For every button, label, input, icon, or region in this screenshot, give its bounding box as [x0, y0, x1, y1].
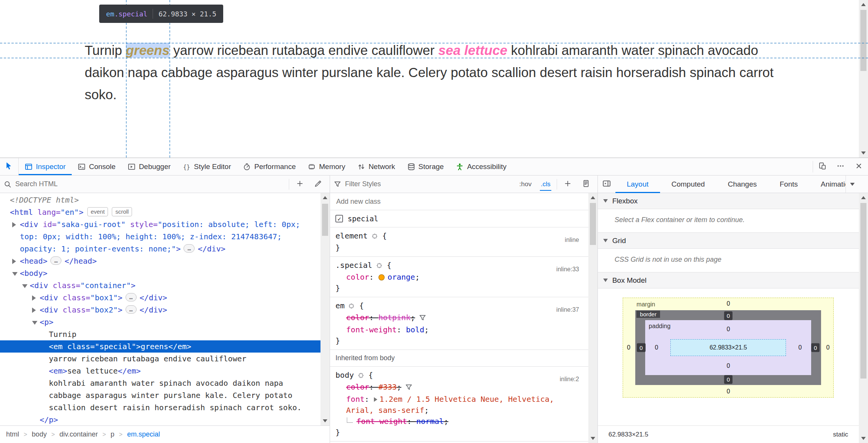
tab-storage[interactable]: Storage — [401, 158, 450, 175]
markup-row[interactable]: <div id="saka-gui-root" style="position:… — [0, 218, 320, 255]
box-model-content[interactable]: 62.9833×21.5 — [670, 339, 786, 356]
rule-source-link[interactable]: inline:33 — [556, 264, 579, 275]
padding-left-value[interactable]: 0 — [655, 344, 658, 351]
rule-source-link[interactable]: inline:2 — [560, 374, 579, 385]
twisty-closed-icon[interactable] — [32, 308, 36, 313]
css-declaration[interactable]: color: #333; — [335, 382, 583, 394]
tab-fonts[interactable]: Fonts — [768, 176, 809, 193]
selector-highlighter-icon[interactable] — [348, 301, 354, 312]
selector-highlighter-icon[interactable] — [376, 261, 382, 272]
pseudo-class-toggle-button[interactable]: :hov — [516, 176, 535, 193]
breadcrumb-item-html[interactable]: html — [6, 430, 19, 438]
overridden-filter-icon[interactable] — [405, 383, 412, 394]
rule-selector[interactable]: em — [335, 301, 345, 310]
css-declaration[interactable]: font-weight: normal; — [335, 416, 583, 427]
tab-accessibility[interactable]: Accessibility — [450, 158, 512, 175]
breadcrumb-item-body[interactable]: body — [32, 430, 47, 438]
markup-token-ellipsis[interactable]: … — [126, 305, 137, 314]
filter-styles-input[interactable] — [344, 180, 513, 188]
markup-token-ellipsis[interactable]: … — [184, 244, 195, 253]
markup-row[interactable]: <div class="box2">…</div> — [0, 304, 320, 316]
markup-row[interactable]: <div class="box1">…</div> — [0, 292, 320, 304]
margin-bottom-value[interactable]: 0 — [726, 388, 730, 395]
markup-token-ellipsis[interactable]: … — [50, 256, 61, 265]
overridden-filter-icon[interactable] — [419, 313, 426, 324]
tab-computed[interactable]: Computed — [660, 176, 717, 193]
markup-row[interactable]: <head>…</head> — [0, 255, 320, 267]
markup-row[interactable]: <p> — [0, 316, 320, 328]
scrollbar-up-arrow[interactable] — [859, 193, 868, 202]
add-class-input[interactable] — [335, 197, 583, 206]
tab-style-editor[interactable]: {}Style Editor — [177, 158, 237, 175]
border-bottom-value[interactable]: 0 — [724, 375, 733, 384]
eyedropper-button[interactable] — [311, 176, 326, 193]
section-flexbox-header[interactable]: Flexbox — [598, 193, 859, 209]
css-declaration[interactable]: color: orange; — [335, 272, 583, 283]
tab-network[interactable]: Network — [351, 158, 401, 175]
class-checkbox[interactable]: ✓ — [335, 215, 343, 222]
scrollbar-down-arrow[interactable] — [588, 434, 597, 443]
twisty-open-icon[interactable] — [32, 321, 37, 325]
tab-memory[interactable]: Memory — [302, 158, 351, 175]
markup-row[interactable]: <div class="container"> — [0, 279, 320, 292]
padding-top-value[interactable]: 0 — [726, 326, 730, 333]
twisty-closed-icon[interactable] — [32, 295, 36, 301]
scrollbar-down-arrow[interactable] — [859, 148, 868, 158]
add-node-button[interactable] — [292, 176, 308, 193]
margin-right-value[interactable]: 0 — [826, 344, 829, 351]
scrollbar-thumb[interactable] — [860, 203, 866, 379]
markup-row[interactable]: Turnip — [0, 328, 320, 340]
border-left-value[interactable]: 0 — [637, 343, 645, 352]
scrollbar-up-arrow[interactable] — [320, 193, 330, 202]
markup-row[interactable]: </p> — [0, 414, 320, 425]
page-scrollbar[interactable] — [859, 0, 868, 158]
border-top-value[interactable]: 0 — [724, 311, 733, 320]
padding-right-value[interactable]: 0 — [798, 344, 802, 351]
print-media-button[interactable] — [578, 176, 594, 193]
toggle-3-pane-button[interactable] — [598, 176, 615, 193]
section-grid-header[interactable]: Grid — [598, 233, 859, 249]
markup-scrollbar[interactable] — [320, 193, 330, 425]
margin-left-value[interactable]: 0 — [627, 344, 630, 351]
tab-console[interactable]: Console — [72, 158, 122, 175]
tab-changes[interactable]: Changes — [716, 176, 768, 193]
rule-selector[interactable]: body — [335, 371, 354, 380]
margin-top-value[interactable]: 0 — [726, 300, 730, 307]
markup-row-selected[interactable]: <em class="special">greens</em> — [0, 340, 320, 353]
markup-row[interactable]: <em>sea lettuce</em> — [0, 365, 320, 377]
twisty-open-icon[interactable] — [22, 284, 27, 288]
all-tabs-menu-button[interactable] — [845, 176, 859, 193]
breadcrumb-item-div.container[interactable]: div.container — [60, 430, 98, 438]
scrollbar-thumb[interactable] — [860, 10, 866, 71]
responsive-design-button[interactable] — [813, 158, 831, 176]
scrollbar-thumb[interactable] — [322, 204, 328, 236]
twisty-closed-icon[interactable] — [12, 259, 16, 264]
search-html-input[interactable] — [14, 180, 286, 188]
scrollbar-up-arrow[interactable] — [859, 0, 868, 9]
color-swatch[interactable] — [378, 274, 385, 280]
tab-inspector[interactable]: Inspector — [19, 158, 72, 175]
class-toggle-button[interactable]: .cls — [538, 176, 554, 193]
tab-debugger[interactable]: Debugger — [122, 158, 177, 175]
markup-row[interactable]: <!DOCTYPE html> — [0, 194, 320, 206]
rule-selector[interactable]: .special — [335, 261, 372, 270]
layout-scrollbar[interactable] — [859, 193, 868, 443]
padding-bottom-value[interactable]: 0 — [726, 362, 730, 369]
rule-source-link[interactable]: inline — [565, 234, 579, 245]
tab-layout[interactable]: Layout — [615, 176, 660, 193]
scrollbar-thumb[interactable] — [590, 203, 596, 245]
rule-source-link[interactable]: inline:37 — [556, 304, 579, 315]
twisty-closed-icon[interactable] — [12, 222, 16, 227]
scrollbar-up-arrow[interactable] — [588, 193, 597, 202]
rules-scrollbar[interactable] — [588, 193, 597, 443]
scrollbar-down-arrow[interactable] — [320, 416, 330, 425]
breadcrumb-item-em.special[interactable]: em.special — [127, 430, 160, 438]
selector-highlighter-icon[interactable] — [372, 231, 378, 242]
devtools-menu-button[interactable] — [831, 158, 850, 176]
breadcrumb-item-p[interactable]: p — [111, 430, 114, 438]
pick-element-button[interactable] — [0, 158, 19, 175]
scrollbar-down-arrow[interactable] — [859, 434, 868, 443]
rule-selector[interactable]: element — [335, 231, 367, 240]
markup-token-ellipsis[interactable]: … — [126, 293, 137, 301]
border-right-value[interactable]: 0 — [811, 343, 820, 352]
